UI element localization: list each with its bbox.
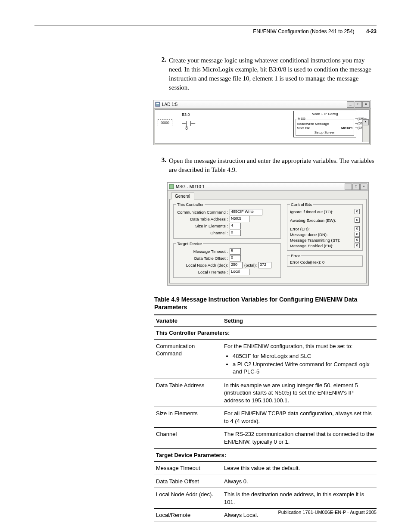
tab-panel-general: This Controller Communication Command :4… — [169, 199, 367, 283]
table-row: Data Table Address In this example we ar… — [154, 379, 377, 407]
ctrl-en-label: Message Enabled (EN): — [290, 243, 333, 248]
parameters-table: Variable Setting This Controller Paramet… — [154, 314, 377, 522]
var-msg-timeout: Message Timeout — [154, 462, 222, 475]
msg-timeout-input[interactable]: 5 — [230, 248, 241, 255]
step-2-text: Create your message logic using whatever… — [169, 56, 377, 92]
group-error: Error Error Code(Hex): 0 — [287, 253, 363, 267]
ctrl-dn-value: 0 — [355, 232, 360, 237]
table-row: Local Node Addr (dec). This is the desti… — [154, 488, 377, 509]
set-data-table-addr: In this example we are using integer fil… — [222, 379, 377, 407]
var-comm-command: Communication Command — [154, 339, 222, 379]
section-title: ENI/ENIW Configuration (Nodes 241 to 254… — [253, 28, 354, 34]
step-2-number: 2. — [154, 56, 169, 92]
ctrl-to-value[interactable]: 0 — [355, 209, 360, 214]
ladder-window-icon — [155, 101, 161, 107]
minimize-button[interactable]: _ — [347, 101, 354, 108]
comm-command-input[interactable]: 485CIF Write — [230, 209, 262, 215]
step-2: 2. Create your message logic using whate… — [154, 56, 377, 92]
data-table-addr-input[interactable]: N50:5 — [230, 216, 249, 222]
ladder-scrollbar[interactable]: ▴ — [362, 119, 369, 142]
msg-file-label: MSG File — [297, 126, 310, 131]
set-comm-b2: a PLC2 Unprotected Write command for Com… — [233, 361, 375, 376]
channel-input[interactable]: 0 — [230, 230, 241, 236]
msg-group-label: MSG — [297, 117, 306, 121]
subhead-target-device: Target Device Parameters: — [154, 448, 377, 462]
var-data-table-offset: Data Table Offset — [154, 475, 222, 488]
var-local-node-addr: Local Node Addr (dec). — [154, 488, 222, 509]
var-size-elements: Size in Elements — [154, 407, 222, 428]
msg-maximize-button[interactable]: □ — [352, 184, 360, 190]
local-node-addr-dec-input[interactable]: 250 — [230, 262, 243, 268]
rung-number: 0000 — [158, 119, 172, 126]
set-size-elements: For all ENI/ENIW TCP/IP data configurati… — [222, 407, 377, 428]
ladder-titlebar: LAD 1:5 _ □ × — [154, 100, 371, 109]
ladder-title: LAD 1:5 — [162, 102, 177, 107]
ctrl-en-value: 0 — [355, 243, 360, 248]
group-this-controller: This Controller Communication Command :4… — [173, 202, 281, 239]
size-elements-input[interactable]: 4 — [230, 223, 241, 229]
ctrl-er-value: 0 — [355, 226, 360, 231]
set-comm-command: For the ENI/ENIW configuration, this mus… — [222, 339, 377, 379]
close-button[interactable]: × — [362, 101, 370, 108]
var-data-table-addr: Data Table Address — [154, 379, 222, 407]
msg-close-button[interactable]: × — [360, 184, 367, 190]
local-node-addr-oct-input: 372 — [258, 262, 271, 268]
legend-this-controller: This Controller — [176, 202, 205, 207]
legend-error: Error — [290, 253, 301, 258]
ctrl-to-label: Ignore if timed out (TO): — [290, 209, 333, 214]
comm-command-label: Communication Command : — [176, 210, 230, 215]
ctrl-ew-label: Awaiting Execution (EW): — [290, 218, 336, 223]
local-remote-input[interactable]: Local — [230, 269, 249, 275]
contact-address: B3:0 — [182, 112, 190, 117]
maximize-button[interactable]: □ — [355, 101, 362, 108]
ctrl-st-value: 0 — [355, 237, 360, 243]
ctrl-st-label: Message Transmitting (ST): — [290, 238, 340, 243]
svg-rect-1 — [156, 103, 159, 104]
msg-window-icon — [168, 184, 174, 190]
table-row: Channel The RS-232 communication channel… — [154, 428, 377, 448]
col-variable: Variable — [154, 315, 222, 327]
msg-minimize-button[interactable]: _ — [345, 184, 352, 190]
set-comm-lead: For the ENI/ENIW configuration, this mus… — [224, 343, 352, 349]
page-header: ENI/ENIW Configuration (Nodes 241 to 254… — [253, 28, 377, 34]
msg-setup-screen: Setup Screen — [297, 131, 353, 135]
set-local-node-addr: This is the destination node address, in… — [222, 488, 377, 509]
var-local-remote: Local/Remote — [154, 509, 222, 522]
table-row: Message Timeout Leave this value at the … — [154, 462, 377, 475]
tab-general[interactable]: General — [171, 193, 194, 199]
figure-msg-dialog: MSG - MG10:1 _ □ × General This Controll… — [167, 182, 369, 286]
set-comm-b1: 485CIF for MicroLogix and SLC — [233, 352, 375, 360]
data-table-offset-input[interactable]: 0 — [230, 255, 241, 261]
data-table-offset-label: Data Table Offset : — [176, 256, 230, 261]
msg-timeout-label: Message Timeout : — [176, 249, 230, 254]
table-header-row: Variable Setting — [154, 315, 377, 327]
step-3: 3. Open the message instruction and ente… — [154, 156, 377, 174]
var-channel: Channel — [154, 428, 222, 448]
table-caption: Table 4.9 Message Instruction Variables … — [154, 296, 377, 311]
ladder-canvas: 0000 B3:0 ─┤ ├─ 8 Node 1 IP Config MSG R… — [155, 109, 370, 144]
msg-file-value: MG10:1 — [341, 126, 353, 131]
msg-dialog-titlebar: MSG - MG10:1 _ □ × — [168, 183, 368, 191]
size-elements-label: Size in Elements : — [176, 224, 230, 228]
data-table-addr-label: Data Table Address : — [176, 217, 230, 221]
legend-control-bits: Control Bits — [290, 202, 313, 207]
legend-target-device: Target Device — [176, 241, 203, 246]
header-rule — [34, 25, 377, 25]
contact-bit: 8 — [185, 126, 188, 131]
set-channel: The RS-232 communication channel that is… — [222, 428, 377, 448]
step-3-number: 3. — [154, 156, 169, 174]
channel-label: Channel : — [176, 230, 230, 235]
ctrl-ew-value: 0 — [355, 218, 360, 223]
local-remote-label: Local / Remote : — [176, 270, 230, 274]
table-row: Communication Command For the ENI/ENIW c… — [154, 339, 377, 379]
table-row: Size in Elements For all ENI/ENIW TCP/IP… — [154, 407, 377, 428]
svg-rect-2 — [169, 184, 174, 189]
msg-instruction-box: Node 1 IP Config MSG Read/Write Message … — [293, 111, 356, 137]
local-node-addr-label: Local Node Addr (dec): — [176, 263, 230, 268]
page-number: 4-23 — [366, 28, 377, 34]
msg-dialog-title: MSG - MG10:1 — [176, 184, 205, 189]
figure-ladder: LAD 1:5 _ □ × 0000 B3:0 ─┤ ├─ 8 Node 1 I… — [153, 100, 371, 145]
scroll-up-button[interactable]: ▴ — [363, 119, 369, 125]
local-node-addr-octal-label: (octal): — [244, 263, 257, 268]
set-msg-timeout: Leave this value at the default. — [222, 462, 377, 475]
